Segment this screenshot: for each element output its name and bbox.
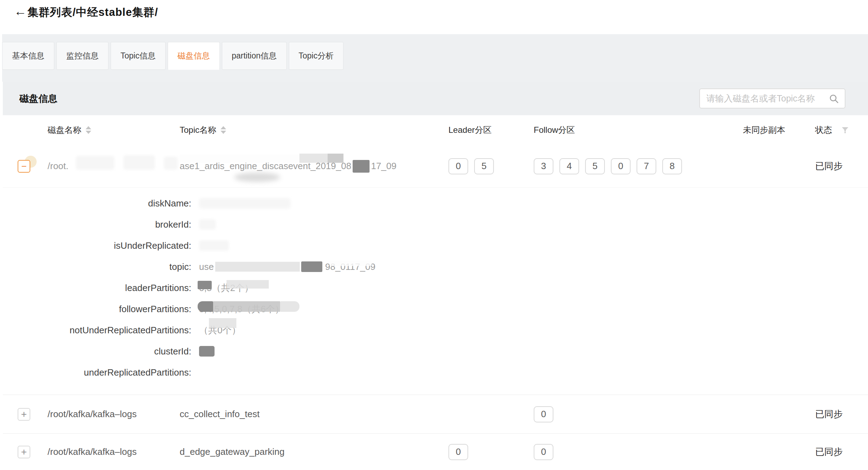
page-header: ← 集群列表/中经stable集群/: [0, 0, 868, 34]
partition-tag: 0: [611, 158, 631, 174]
detail-label: clusterId:: [3, 346, 191, 357]
detail-label: leaderPartitions:: [3, 283, 191, 293]
status-column-label: 状态: [815, 124, 832, 136]
caret-up-icon: [221, 126, 226, 129]
detail-row: underReplicatedPartitions:: [3, 362, 868, 383]
detail-label: followerPartitions:: [3, 304, 191, 315]
detail-row: isUnderReplicated:: [3, 235, 868, 256]
section-title: 磁盘信息: [19, 92, 57, 105]
column-header-leader: Leader分区: [448, 124, 534, 136]
breadcrumb-title: 集群列表/中经stable集群/: [27, 5, 158, 20]
table-header-row: 磁盘名称 Topic名称 Leader分区 Follow分区 未同步副本 状态: [3, 115, 868, 145]
topic-name-cell: d_edge_gateway_parking: [180, 446, 448, 457]
sort-icon-topic[interactable]: [221, 126, 226, 134]
disk-column-label: 磁盘名称: [48, 124, 81, 136]
disk-name-text: /root.: [48, 161, 68, 172]
detail-label: diskName:: [3, 198, 191, 209]
leader-partitions-cell: 0 5: [448, 158, 534, 174]
detail-row: followerPartitions: 3,4,5,0,7,8（共6个）: [3, 298, 868, 320]
search-icon[interactable]: [829, 93, 839, 104]
tab-partition-info[interactable]: partition信息: [222, 42, 287, 70]
topic-name-cell: cc_collect_info_test: [180, 409, 448, 420]
topic-name-cell: ase1_ardis_engine_discasevent_2019_08 17…: [180, 160, 448, 173]
caret-up-icon: [86, 126, 91, 129]
detail-value: use 98_0117_09: [199, 260, 376, 274]
caret-down-icon: [221, 131, 226, 134]
disk-name-cell: /root/kafka/kafka–logs: [48, 409, 180, 420]
redaction-mosaic: [299, 154, 328, 163]
redaction-blur: [199, 240, 229, 251]
detail-label: underReplicatedPartitions:: [3, 367, 191, 378]
tab-monitor-info[interactable]: 监控信息: [56, 42, 108, 70]
table-row: − /root. ase1_ardis_engine_discasevent_2…: [3, 145, 868, 188]
partition-tag: 5: [474, 158, 494, 174]
expand-cell: +: [3, 408, 48, 421]
topic-name-text: 17_09: [371, 161, 396, 172]
detail-row: clusterId:: [3, 341, 868, 362]
redaction-blur: [199, 219, 216, 230]
table-row: + /root/kafka/kafka–logs cc_collect_info…: [3, 395, 868, 434]
follow-partitions-cell: 3 4 5 0 7 8: [534, 158, 743, 174]
detail-value: [199, 196, 291, 210]
search-box: [699, 88, 845, 109]
tab-topic-info[interactable]: Topic信息: [111, 42, 166, 70]
partition-tag: 0: [534, 444, 553, 460]
redaction-mosaic: [198, 281, 212, 289]
redaction-mosaic: [328, 154, 343, 163]
redaction-mosaic: [199, 346, 215, 357]
partition-tag: 4: [559, 158, 579, 174]
sort-icon-disk[interactable]: [86, 126, 91, 134]
follow-partitions-cell: 0: [534, 406, 743, 422]
caret-down-icon: [86, 131, 91, 134]
partition-tag: 0: [448, 444, 468, 460]
redaction-mosaic: [280, 301, 299, 312]
expand-row-button[interactable]: +: [18, 446, 30, 458]
detail-row: leaderPartitions: 0,5（共2个）: [3, 277, 868, 298]
detail-value-text: use: [199, 261, 214, 272]
partition-tag: 5: [585, 158, 605, 174]
partition-tag: 3: [534, 158, 553, 174]
detail-row: notUnderReplicatedPartitions: （共0个）: [3, 320, 868, 341]
redaction-mosaic: [198, 301, 213, 312]
topic-column-label: Topic名称: [180, 124, 216, 136]
detail-label: isUnderReplicated:: [3, 240, 191, 251]
search-input[interactable]: [700, 93, 829, 104]
disk-name-cell: /root/kafka/kafka–logs: [48, 446, 180, 457]
expand-cell: +: [3, 446, 48, 458]
detail-value: 0,5（共2个）: [199, 281, 254, 295]
tab-bar: 基本信息 监控信息 Topic信息 磁盘信息 partition信息 Topic…: [2, 42, 343, 70]
redaction-mosaic: [301, 261, 322, 272]
column-header-follow: Follow分区: [534, 124, 743, 136]
tab-topic-analysis[interactable]: Topic分析: [289, 42, 344, 70]
detail-label: notUnderReplicatedPartitions:: [3, 325, 191, 336]
filter-icon[interactable]: [841, 126, 849, 134]
redaction-mosaic: [213, 301, 280, 312]
redaction-mosaic: [209, 318, 236, 328]
partition-tag: 7: [637, 158, 656, 174]
tab-disk-info[interactable]: 磁盘信息: [168, 42, 220, 70]
detail-value: [199, 217, 216, 231]
detail-label: topic:: [3, 261, 191, 272]
redaction-blur: [180, 154, 299, 163]
detail-value: [199, 344, 215, 358]
redaction-mosaic: [215, 262, 300, 272]
follow-partitions-cell: 0: [534, 444, 743, 460]
status-badge: 已同步: [807, 160, 868, 172]
row-detail-panel: diskName: brokerId: isUnderReplicated: t…: [3, 188, 868, 395]
column-header-topic: Topic名称: [180, 124, 448, 136]
partition-tag: 8: [662, 158, 682, 174]
column-header-status: 状态: [807, 124, 868, 136]
redaction-smudge: [234, 173, 280, 182]
detail-row: topic: use 98_0117_09: [3, 256, 868, 277]
detail-row: brokerId:: [3, 214, 868, 235]
disk-info-card: 磁盘信息 磁盘名称 Topic名称: [3, 82, 868, 470]
partition-tag: 0: [534, 406, 553, 422]
partition-tag: 0: [448, 158, 468, 174]
expand-row-button[interactable]: +: [18, 408, 30, 421]
collapse-row-button[interactable]: −: [18, 160, 30, 173]
detail-value: [199, 239, 229, 253]
tab-basic-info[interactable]: 基本信息: [2, 42, 54, 70]
back-icon[interactable]: ←: [14, 5, 27, 18]
status-badge: 已同步: [807, 408, 868, 420]
detail-label: brokerId:: [3, 219, 191, 230]
